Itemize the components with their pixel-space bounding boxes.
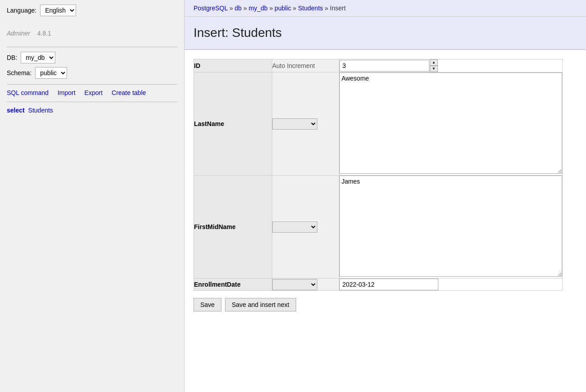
field-lastname: LastName [194, 72, 272, 176]
table-row: EnrollmentDate [194, 279, 563, 291]
button-row: Save Save and insert next [194, 298, 577, 311]
type-cell-lastname [272, 72, 339, 176]
bc-postgresql[interactable]: PostgreSQL [194, 5, 228, 12]
bc-mydb[interactable]: my_db [248, 5, 267, 12]
db-label: DB: [7, 54, 17, 61]
type-cell-enrollmentdate [272, 279, 339, 291]
enrollmentdate-input[interactable] [339, 279, 438, 290]
sidebar: Language: English Adminer 4.8.1 DB: my_d… [0, 0, 185, 392]
id-value-cell: ▲ ▼ [339, 59, 562, 72]
sql-command-link[interactable]: SQL command [7, 89, 49, 96]
spinner-down[interactable]: ▼ [430, 66, 438, 72]
spinner-up[interactable]: ▲ [430, 59, 438, 66]
insert-table: ID Auto Increment ▲ ▼ [194, 59, 563, 291]
bc-public[interactable]: public [275, 5, 291, 12]
schema-select[interactable]: public [35, 67, 67, 79]
id-spinner: ▲ ▼ [430, 59, 438, 72]
breadcrumb: PostgreSQL » db » my_db » public » Stude… [185, 0, 586, 17]
lastname-textarea[interactable]: Awesome [339, 72, 562, 174]
content-area: ID Auto Increment ▲ ▼ [185, 50, 586, 320]
type-cell-firstmidname [272, 176, 339, 279]
app-name: Adminer [7, 30, 30, 37]
select-students-link[interactable]: Students [28, 107, 53, 114]
table-row: ID Auto Increment ▲ ▼ [194, 59, 563, 72]
create-table-link[interactable]: Create table [112, 89, 146, 96]
firstmidname-textarea[interactable]: James [339, 176, 562, 277]
app-version: 4.8.1 [37, 30, 51, 37]
auto-increment-label: Auto Increment [272, 59, 339, 72]
save-and-insert-next-button[interactable]: Save and insert next [225, 298, 296, 311]
bc-insert: Insert [330, 5, 346, 12]
lastname-type-select[interactable] [272, 118, 317, 130]
save-button[interactable]: Save [194, 298, 221, 311]
select-keyword: select [7, 107, 25, 114]
main-content: PostgreSQL » db » my_db » public » Stude… [185, 0, 586, 392]
export-link[interactable]: Export [85, 89, 103, 96]
nav-links: SQL command Import Export Create table [7, 89, 177, 96]
language-label: Language: [7, 7, 36, 14]
schema-label: Schema: [7, 69, 32, 77]
import-link[interactable]: Import [58, 89, 76, 96]
db-select[interactable]: my_db [21, 52, 55, 63]
table-row: FirstMidName James [194, 176, 563, 279]
bc-db[interactable]: db [234, 5, 242, 12]
page-header: Insert: Students [185, 17, 586, 50]
divider-1 [7, 47, 177, 47]
lastname-value-cell: Awesome [339, 72, 562, 176]
app-logo: Adminer 4.8.1 [7, 24, 177, 39]
page-title: Insert: Students [194, 26, 577, 40]
language-select[interactable]: English [40, 5, 76, 16]
firstmidname-type-select[interactable] [272, 221, 317, 233]
table-row: LastName Awesome [194, 72, 563, 176]
field-id: ID [194, 59, 272, 72]
firstmidname-value-cell: James [339, 176, 562, 279]
enrollmentdate-value-cell [339, 279, 562, 291]
field-enrollmentdate: EnrollmentDate [194, 279, 272, 291]
enrollmentdate-type-select[interactable] [272, 279, 317, 290]
divider-2 [7, 84, 177, 85]
field-firstmidname: FirstMidName [194, 176, 272, 279]
bc-students[interactable]: Students [298, 5, 323, 12]
divider-3 [7, 102, 177, 102]
id-input[interactable] [339, 60, 429, 72]
select-row: select Students [7, 107, 177, 114]
